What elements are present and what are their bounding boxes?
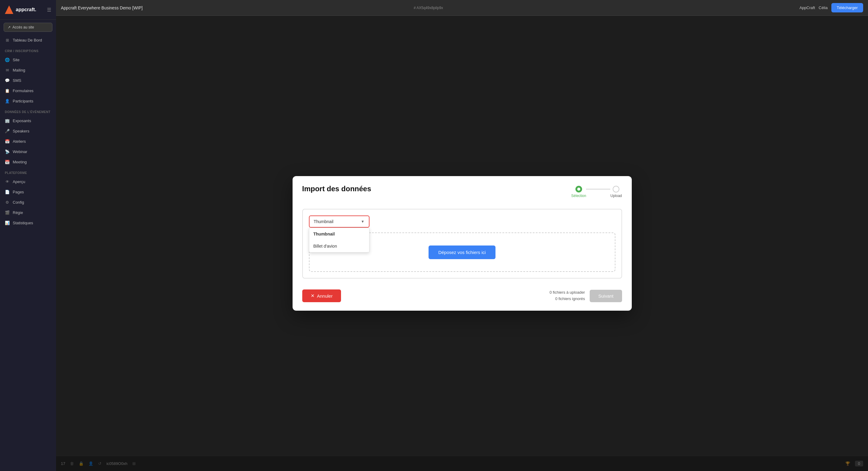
sidebar-item-exposants[interactable]: 🏢 Exposants [0, 116, 56, 126]
main-content: 17 🗑 🔒 👤 ↺ ic0589O0xh ⊞ 🏆 0 Import des d… [56, 16, 868, 471]
modal-body: Thumbnail ▼ Thumbnail Billet d'avion [292, 204, 632, 284]
sidebar-logo: appcraft. ☰ [0, 0, 56, 20]
access-icon: ↗ [7, 25, 10, 29]
topbar: Appcraft Everywhere Business Demo [WIP] … [56, 0, 868, 16]
sidebar: appcraft. ☰ ↗ Accès au site ⊞ Tableau De… [0, 0, 56, 471]
files-ignored: 0 fichiers ignorés [549, 296, 585, 302]
participants-icon: 👤 [5, 98, 10, 104]
download-button[interactable]: Télécharger [831, 3, 863, 12]
speakers-icon: 🎤 [5, 128, 10, 134]
modal-dialog: Import des données Sélection Upload [292, 176, 632, 311]
sidebar-item-speakers[interactable]: 🎤 Speakers [0, 126, 56, 136]
topbar-brand: AppCraft [800, 5, 815, 10]
steps-indicator: Sélection Upload [571, 186, 622, 198]
ateliers-icon: 📅 [5, 139, 10, 144]
sidebar-item-sms[interactable]: 💬 SMS [0, 75, 56, 86]
mailing-icon: ✉ [5, 67, 10, 72]
file-counts: 0 fichiers à uploader 0 fichiers ignorés [549, 290, 585, 302]
sms-icon: 💬 [5, 78, 10, 83]
step-line [586, 189, 610, 189]
next-button[interactable]: Suivant [590, 290, 622, 302]
sidebar-item-formulaires[interactable]: 📋 Formulaires [0, 86, 56, 96]
import-box: Thumbnail ▼ Thumbnail Billet d'avion [302, 209, 622, 278]
sidebar-item-statistiques[interactable]: 📊 Statistiques [0, 217, 56, 228]
sidebar-item-regie[interactable]: 🎬 Régie [0, 207, 56, 217]
dropdown-item-thumbnail[interactable]: Thumbnail [309, 228, 369, 240]
sidebar-item-ateliers[interactable]: 📅 Ateliers [0, 136, 56, 146]
chevron-down-icon: ▼ [361, 219, 365, 224]
section-label-platform: PLATEFORME [0, 167, 56, 176]
modal-overlay: Import des données Sélection Upload [56, 16, 868, 471]
dropdown-trigger[interactable]: Thumbnail ▼ [309, 215, 370, 228]
topbar-title: Appcraft Everywhere Business Demo [WIP] [61, 5, 410, 10]
step-upload: Upload [610, 186, 622, 198]
modal-footer: ✕ Annuler 0 fichiers à uploader 0 fichie… [292, 284, 632, 311]
step-selection: Sélection [571, 186, 586, 198]
files-to-upload: 0 fichiers à uploader [549, 290, 585, 296]
pages-icon: 📄 [5, 189, 10, 194]
meeting-icon: 📆 [5, 159, 10, 164]
regie-icon: 🎬 [5, 210, 10, 215]
step-label-selection: Sélection [571, 194, 586, 198]
sidebar-item-participants[interactable]: 👤 Participants [0, 96, 56, 106]
menu-icon[interactable]: ☰ [47, 7, 51, 13]
stats-icon: 📊 [5, 220, 10, 225]
sidebar-item-webinar[interactable]: 📡 Webinar [0, 146, 56, 157]
footer-right: 0 fichiers à uploader 0 fichiers ignorés… [549, 290, 622, 302]
site-icon: 🌐 [5, 57, 10, 62]
section-label-event: DONNÉES DE L'ÉVÉNEMENT [0, 106, 56, 116]
sidebar-item-apercu[interactable]: 👁 Aperçu [0, 176, 56, 187]
sidebar-item-pages[interactable]: 📄 Pages [0, 187, 56, 197]
logo-icon [5, 5, 13, 14]
dropdown-wrapper: Thumbnail ▼ Thumbnail Billet d'avion [309, 215, 370, 228]
sidebar-item-config[interactable]: ⚙ Config [0, 197, 56, 207]
config-icon: ⚙ [5, 200, 10, 205]
drop-zone-button[interactable]: Déposez vos fichiers ici [429, 245, 495, 259]
apercu-icon: 👁 [5, 179, 10, 184]
step-circle-selection [576, 186, 582, 193]
topbar-user: Célia [818, 5, 828, 10]
x-icon: ✕ [311, 293, 315, 298]
exposants-icon: 🏢 [5, 118, 10, 123]
logo-text: appcraft. [16, 7, 36, 12]
modal-title: Import des données [302, 184, 371, 193]
step-circle-upload [613, 186, 619, 193]
topbar-hash: # AX5q49x8piIp9x [414, 6, 443, 10]
sidebar-item-meeting[interactable]: 📆 Meeting [0, 157, 56, 167]
dropdown-menu: Thumbnail Billet d'avion [309, 228, 370, 253]
sidebar-item-dashboard[interactable]: ⊞ Tableau De Bord [0, 35, 56, 45]
step-label-upload: Upload [610, 194, 622, 198]
forms-icon: 📋 [5, 88, 10, 93]
modal-header: Import des données Sélection Upload [292, 176, 632, 204]
section-label-crm: CRM / INSCRIPTIONS [0, 45, 56, 55]
dropdown-selected-label: Thumbnail [314, 219, 334, 224]
dropdown-item-billet[interactable]: Billet d'avion [309, 240, 369, 252]
access-site-button[interactable]: ↗ Accès au site [4, 23, 52, 32]
dashboard-icon: ⊞ [5, 37, 10, 42]
sidebar-item-site[interactable]: 🌐 Site [0, 55, 56, 65]
webinar-icon: 📡 [5, 149, 10, 154]
cancel-button[interactable]: ✕ Annuler [302, 290, 341, 302]
sidebar-item-mailing[interactable]: ✉ Mailing [0, 65, 56, 75]
